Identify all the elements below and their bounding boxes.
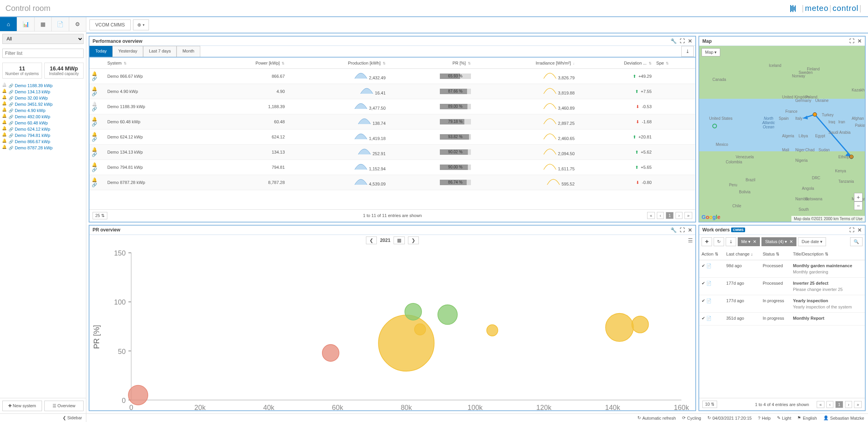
page-prev[interactable]: ‹ [657, 212, 664, 219]
check-icon[interactable]: ✔ [702, 263, 705, 268]
system-item[interactable]: 🔗Demo 1188.39 kWp [2, 82, 84, 89]
calendar-icon[interactable]: ▦ [35, 17, 52, 31]
col-header[interactable]: Spe ⇅ [654, 58, 695, 69]
page-next[interactable]: › [676, 212, 682, 219]
wrench-icon[interactable]: 🔧 [670, 38, 677, 44]
col-header[interactable]: Irradiance [Wh/m²] ↓ [473, 58, 577, 69]
table-row[interactable]: 🔔 🔗 Demo 60.48 kWp 60.48 138.74 79.18 % … [89, 114, 695, 130]
col-header[interactable]: PR [%] ⇅ [388, 58, 473, 69]
col-header[interactable]: Title/Description ⇅ [791, 249, 865, 260]
prev-year[interactable]: ❮ [366, 236, 377, 244]
overview-button[interactable]: ☰ Overview [44, 401, 84, 411]
zoom-in[interactable]: + [854, 193, 863, 201]
check-icon[interactable]: ✔ [702, 316, 705, 320]
system-item[interactable]: 🔗Demo 134.13 kWp [2, 89, 84, 95]
cycling-toggle[interactable]: ⟳ Cycling [682, 415, 701, 420]
col-header[interactable]: Production [kWh] ⇅ [287, 58, 388, 69]
close-icon[interactable]: ✕ [858, 38, 862, 44]
system-item[interactable]: 🔗Demo 4.90 kWp [2, 107, 84, 114]
system-item[interactable]: 🔗Demo 866.67 kWp [2, 138, 84, 145]
system-item[interactable]: 🔗Demo 3451.92 kWp [2, 101, 84, 107]
col-header[interactable]: Status ⇅ [760, 249, 791, 260]
tab-today[interactable]: Today [89, 46, 112, 57]
page-prev[interactable]: ‹ [826, 401, 833, 408]
close-icon[interactable]: ✕ [688, 38, 692, 44]
doc-icon[interactable]: 📄 [706, 316, 712, 320]
system-item[interactable]: 🔗Demo 8787.28 kWp [2, 145, 84, 151]
download-icon[interactable]: ⤓ [681, 46, 694, 57]
user-menu[interactable]: 👤 Sebastian Matzke [823, 415, 864, 420]
system-item[interactable]: 🔗Demo 60.48 kWp [2, 120, 84, 126]
page-first[interactable]: « [817, 401, 824, 408]
page-first[interactable]: « [647, 212, 655, 219]
settings-icon[interactable]: ⚙ [69, 17, 86, 31]
close-icon[interactable]: ✕ [688, 227, 692, 233]
close-icon[interactable]: ✕ [858, 227, 862, 233]
workorder-row[interactable]: ✔ 📄 177d agoIn progress Yearly inspectio… [699, 295, 865, 312]
table-row[interactable]: 🔔 🔗 Demo 8787.28 kWp 8,787.28 4,539.09 8… [89, 175, 695, 190]
system-item[interactable]: 🔗Demo 624.12 kWp [2, 126, 84, 132]
theme-toggle[interactable]: ✎ Light [777, 415, 791, 420]
page-size-select[interactable]: 10 ⇅ [702, 401, 717, 408]
col-header[interactable]: Action ⇅ [699, 249, 724, 260]
calendar-icon[interactable]: ▦ [394, 236, 405, 244]
table-row[interactable]: 🔔 🔗 Demo 1188.39 kWp 1,188.39 3,477.50 8… [89, 99, 695, 114]
page-next[interactable]: › [845, 401, 852, 408]
workorder-row[interactable]: ✔ 📄 351d agoIn progress Monthly Report [699, 312, 865, 325]
table-row[interactable]: 🔔 🔗 Demo 794.81 kWp 794.81 1,152.94 90.0… [89, 160, 695, 175]
tab-month[interactable]: Month [177, 46, 200, 57]
col-header[interactable]: System ⇅ [105, 58, 206, 69]
auto-refresh-toggle[interactable]: ↻ Automatic refresh [637, 415, 676, 420]
page-last[interactable]: » [854, 401, 862, 408]
table-row[interactable]: 🔔 🔗 Demo 866.67 kWp 866.67 2,432.49 65.9… [89, 69, 695, 84]
chart-menu-icon[interactable]: ☰ [688, 237, 693, 243]
check-icon[interactable]: ✔ [702, 281, 705, 285]
help-link[interactable]: ? Help [758, 416, 771, 420]
filter-input[interactable] [2, 49, 84, 58]
workorder-row[interactable]: ✔ 📄 177d agoProcessed Inverter 25 defect… [699, 277, 865, 295]
expand-icon[interactable]: ⛶ [849, 38, 854, 44]
add-button[interactable]: ✚ [702, 237, 712, 246]
expand-icon[interactable]: ⛶ [680, 227, 685, 233]
tab-yesterday[interactable]: Yesterday [112, 46, 143, 57]
table-row[interactable]: 🔔 🔗 Demo 624.12 kWp 624.12 1,419.18 93.8… [89, 130, 695, 145]
filter-status[interactable]: Status (4) ▾ ✕ [761, 237, 796, 246]
sidebar-toggle[interactable]: ❮ Sidebar [0, 413, 86, 422]
page-size-select[interactable]: 25 ⇅ [93, 212, 107, 219]
table-row[interactable]: 🔔 🔗 Demo 4.90 kWp 4.90 16.41 87.66 % 3,8… [89, 84, 695, 99]
refresh-button[interactable]: ↻ [714, 237, 724, 246]
check-icon[interactable]: ✔ [702, 298, 705, 303]
system-item[interactable]: 🔗Demo 794.81 kWp [2, 132, 84, 138]
language-toggle[interactable]: ⚑ English [797, 415, 817, 420]
doc-icon[interactable]: 📄 [706, 298, 712, 303]
doc-icon[interactable]: 📄 [706, 263, 712, 268]
page-1[interactable]: 1 [666, 212, 674, 219]
filter-me[interactable]: Me ▾ ✕ [738, 237, 760, 246]
chart-icon[interactable]: 📊 [17, 17, 34, 31]
expand-icon[interactable]: ⛶ [849, 227, 854, 233]
col-header[interactable]: Power [kWp] ⇅ [206, 58, 287, 69]
page-last[interactable]: » [684, 212, 692, 219]
filter-duedate[interactable]: Due date ▾ [798, 237, 826, 246]
system-item[interactable]: 🔗Demo 492.00 kWp [2, 114, 84, 120]
col-header[interactable]: Last change ↓ [724, 249, 761, 260]
new-system-button[interactable]: ✚ New system [2, 401, 42, 411]
system-item[interactable]: 🔗Demo 32.00 kWp [2, 95, 84, 101]
wrench-icon[interactable]: 🔧 [670, 227, 677, 233]
next-year[interactable]: ❯ [408, 236, 419, 244]
map-canvas[interactable]: Map ▾ North Atlantic Ocean [699, 46, 865, 222]
workorder-row[interactable]: ✔ 📄 98d agoProcessed Monthly garden main… [699, 260, 865, 277]
expand-icon[interactable]: ⛶ [680, 38, 685, 44]
system-filter-select[interactable]: All [2, 34, 84, 44]
doc-icon[interactable]: 📄 [706, 281, 712, 285]
home-icon[interactable]: ⌂ [0, 17, 17, 31]
tab-cmms[interactable]: VCOM CMMS [89, 19, 131, 30]
add-tab-button[interactable]: ⊕ ▾ [133, 19, 149, 30]
zoom-out[interactable]: − [854, 201, 863, 210]
col-header[interactable]: Deviation ... ⇅ [577, 58, 654, 69]
tab-last7[interactable]: Last 7 days [143, 46, 177, 57]
document-icon[interactable]: 📄 [52, 17, 69, 31]
page-1[interactable]: 1 [835, 401, 843, 408]
download-button[interactable]: ⤓ [726, 237, 736, 246]
search-button[interactable]: 🔍 [850, 237, 863, 246]
